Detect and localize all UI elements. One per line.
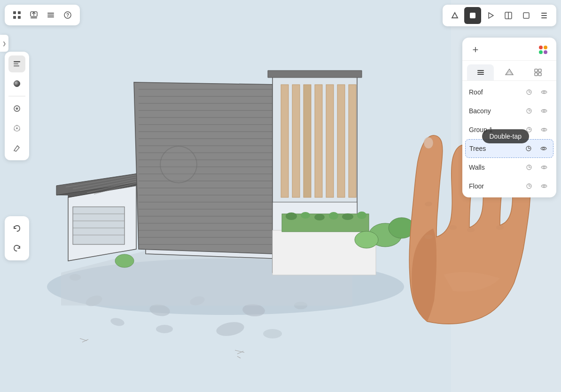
upload-button[interactable] xyxy=(26,8,41,23)
svg-point-81 xyxy=(342,213,353,220)
svg-rect-98 xyxy=(47,13,54,14)
svg-marker-117 xyxy=(489,13,493,18)
svg-rect-132 xyxy=(538,73,541,76)
svg-point-85 xyxy=(355,231,378,248)
layer-isolate-walls[interactable] xyxy=(523,162,535,173)
svg-point-138 xyxy=(543,129,545,131)
svg-rect-65 xyxy=(292,85,300,197)
layer-visibility-group1[interactable] xyxy=(538,124,550,135)
layer-name-roof: Roof xyxy=(469,88,520,96)
layers-tool-button[interactable] xyxy=(8,55,25,72)
layer-name-floor: Floor xyxy=(469,182,520,190)
svg-rect-67 xyxy=(315,85,322,197)
svg-point-114 xyxy=(14,129,15,131)
svg-point-77 xyxy=(286,212,297,220)
layer-row-floor[interactable]: Floor xyxy=(462,177,556,196)
svg-rect-131 xyxy=(535,73,538,76)
canvas-area[interactable] xyxy=(0,0,451,392)
help-button[interactable]: ? xyxy=(60,8,75,23)
layer-isolate-roof[interactable] xyxy=(523,86,535,98)
layer-visibility-roof[interactable] xyxy=(538,86,550,98)
play-mode-button[interactable] xyxy=(482,7,499,24)
panel-header: + xyxy=(462,38,556,61)
layer-visibility-trees[interactable] xyxy=(538,143,549,154)
svg-marker-74 xyxy=(268,71,362,78)
layer-visibility-bacony[interactable] xyxy=(538,105,550,117)
svg-rect-129 xyxy=(535,69,538,72)
svg-rect-123 xyxy=(541,17,547,18)
tooltip-text: Double-tap xyxy=(490,133,522,140)
chevron-right-icon: ❯ xyxy=(2,41,6,46)
tab-layers[interactable] xyxy=(467,64,494,80)
svg-rect-120 xyxy=(523,13,529,18)
tab-scenes[interactable] xyxy=(496,64,522,80)
redo-button[interactable] xyxy=(8,240,25,257)
svg-marker-115 xyxy=(452,13,458,18)
svg-point-84 xyxy=(389,218,415,238)
svg-point-113 xyxy=(19,129,20,131)
svg-rect-124 xyxy=(477,70,484,71)
shape-mode-button[interactable] xyxy=(464,7,481,24)
svg-point-80 xyxy=(329,212,338,220)
layer-visibility-walls[interactable] xyxy=(538,162,550,173)
svg-rect-126 xyxy=(477,74,484,75)
svg-rect-104 xyxy=(14,63,18,65)
svg-point-134 xyxy=(543,91,545,93)
svg-point-148 xyxy=(467,227,475,232)
svg-rect-64 xyxy=(281,85,288,197)
menu-button[interactable] xyxy=(43,8,58,23)
split-mode-button[interactable] xyxy=(500,7,517,24)
layer-isolate-trees[interactable] xyxy=(523,143,534,154)
layer-row-bacony[interactable]: Bacony xyxy=(462,102,556,120)
material-tool-button[interactable] xyxy=(8,75,25,92)
triangle-mode-button[interactable] xyxy=(446,7,463,24)
svg-marker-39 xyxy=(134,82,280,254)
panel-color-icon[interactable] xyxy=(537,43,550,56)
svg-point-79 xyxy=(314,214,325,220)
undo-button[interactable] xyxy=(8,220,25,237)
svg-rect-69 xyxy=(337,85,345,197)
layer-name-walls: Walls xyxy=(469,164,520,171)
left-panel-toggle[interactable]: ❯ xyxy=(0,35,8,52)
window-mode-button[interactable] xyxy=(518,7,535,24)
svg-point-111 xyxy=(16,127,18,129)
layer-row-roof[interactable]: Roof xyxy=(462,83,556,102)
svg-rect-125 xyxy=(477,72,484,73)
layer-visibility-floor[interactable] xyxy=(538,180,550,192)
components-tool-button[interactable] xyxy=(8,120,25,137)
draw-tool-button[interactable] xyxy=(8,140,25,157)
selection-tool-button[interactable] xyxy=(8,100,25,117)
svg-point-149 xyxy=(496,225,504,230)
svg-rect-94 xyxy=(13,16,16,19)
svg-rect-95 xyxy=(18,16,21,19)
svg-point-136 xyxy=(543,110,545,112)
layer-isolate-bacony[interactable] xyxy=(523,105,535,117)
svg-point-112 xyxy=(16,125,18,126)
svg-rect-121 xyxy=(541,13,547,14)
svg-point-78 xyxy=(301,212,310,219)
svg-rect-103 xyxy=(14,61,20,63)
svg-rect-99 xyxy=(47,15,54,16)
panel-tabs xyxy=(462,61,556,81)
tab-components[interactable] xyxy=(525,64,552,80)
svg-rect-116 xyxy=(470,13,475,18)
svg-text:?: ? xyxy=(66,13,69,18)
svg-point-142 xyxy=(543,166,545,168)
layer-row-walls[interactable]: Walls xyxy=(462,158,556,177)
svg-rect-130 xyxy=(538,69,541,72)
svg-rect-105 xyxy=(14,65,19,67)
svg-rect-92 xyxy=(13,11,16,14)
layer-isolate-floor[interactable] xyxy=(523,180,535,192)
svg-point-140 xyxy=(543,148,545,149)
left-toolbar xyxy=(5,52,29,160)
layer-name-bacony: Bacony xyxy=(469,107,520,115)
grid-view-button[interactable] xyxy=(9,8,24,23)
svg-point-86 xyxy=(115,254,134,267)
svg-rect-97 xyxy=(31,17,37,18)
right-panel: + xyxy=(462,38,556,197)
panel-add-button[interactable]: + xyxy=(469,43,482,56)
svg-point-82 xyxy=(357,212,366,219)
svg-point-9 xyxy=(263,329,282,338)
person-mode-button[interactable] xyxy=(536,7,553,24)
svg-rect-93 xyxy=(18,11,21,14)
